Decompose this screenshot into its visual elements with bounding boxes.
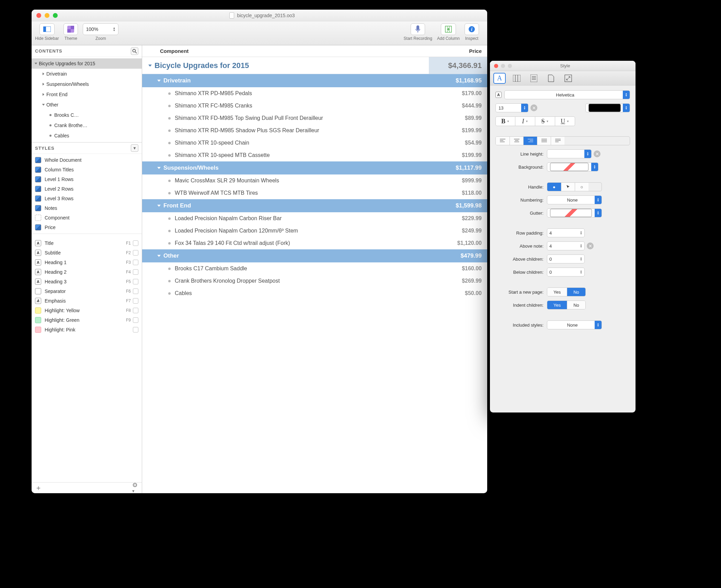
style-price[interactable]: Price	[32, 223, 142, 232]
inspector-minimize-button[interactable]	[501, 64, 505, 68]
named-style-title[interactable]: ATitleF1	[32, 238, 142, 248]
align-left-button[interactable]	[496, 137, 510, 145]
sidebar-gear-menu[interactable]: ▾	[132, 482, 138, 493]
outline-item-row[interactable]: Shimano XTR RD-M985 Shadow Plus SGS Rear…	[142, 124, 487, 137]
outline-item-row[interactable]: Loaded Precision Napalm Carbon 120mm/6º …	[142, 225, 487, 237]
numbering-select[interactable]: None▲▼	[547, 195, 602, 204]
clear-size-button[interactable]: ✕	[530, 104, 537, 111]
line-height-select[interactable]: ▲▼	[547, 149, 592, 158]
new-page-no[interactable]: No	[567, 288, 585, 296]
outline-item-row[interactable]: Crank Brothers Kronolog Dropper Seatpost…	[142, 275, 487, 287]
outline-item-row[interactable]: WTB Weirwolf AM TCS MTB Tires$118.00	[142, 187, 487, 199]
inspect-button[interactable]: i	[465, 23, 479, 35]
named-style-h2[interactable]: AHeading 2F4	[32, 267, 142, 277]
row-padding-input[interactable]: 4▲▼	[547, 228, 585, 237]
outline-item-row[interactable]: Fox 34 Talas 29 140 Fit Ctd w/trail adju…	[142, 237, 487, 249]
align-justify-button[interactable]	[537, 137, 551, 145]
outline-item-row[interactable]: Cables$50.00	[142, 287, 487, 299]
font-style-swatch[interactable]: A	[495, 92, 502, 98]
style-level1[interactable]: Level 1 Rows	[32, 174, 142, 184]
outline-section-row[interactable]: Other$479.99	[142, 249, 487, 262]
styles-dropdown-button[interactable]: ▾	[131, 144, 138, 152]
font-size-select[interactable]: 13 ▲▼	[495, 103, 528, 112]
bold-button[interactable]: B▼	[495, 116, 515, 126]
new-page-segmented[interactable]: Yes No	[547, 287, 586, 296]
zoom-control[interactable]: 100% ▲▼	[83, 23, 118, 35]
outline-item-row[interactable]: Loaded Precision Napalm Carbon Riser Bar…	[142, 212, 487, 225]
text-align-segmented[interactable]	[495, 136, 630, 145]
indent-children-segmented[interactable]: Yes No	[547, 301, 586, 309]
align-center-button[interactable]	[510, 137, 523, 145]
add-column-button[interactable]	[441, 23, 456, 35]
font-family-select[interactable]: Helvetica ▲▼	[504, 90, 630, 99]
col-price[interactable]: Price	[469, 48, 482, 54]
theme-button[interactable]	[64, 23, 78, 35]
align-right-button[interactable]	[523, 137, 537, 145]
style-checkbox[interactable]	[133, 240, 138, 246]
handle-arrow-button[interactable]	[561, 183, 575, 191]
new-page-yes[interactable]: Yes	[547, 288, 567, 296]
add-style-button[interactable]: ＋	[35, 483, 42, 493]
tree-other-1[interactable]: Crank Brothe…	[32, 120, 142, 131]
named-style-hl-pink[interactable]: Highlight: Pink	[32, 325, 142, 335]
style-component[interactable]: Component	[32, 213, 142, 223]
outline-item-row[interactable]: Shimano XTR 10-speed MTB Cassette$199.99	[142, 149, 487, 161]
text-color-select[interactable]: ▲▼	[585, 103, 630, 112]
inspector-tab-document[interactable]	[545, 73, 557, 84]
inspector-zoom-button[interactable]	[508, 64, 512, 68]
outline-root-row[interactable]: Bicycle Upgrades for 2015 $4,366.91	[142, 57, 487, 74]
included-styles-select[interactable]: None▲▼	[547, 320, 602, 329]
outline-item-row[interactable]: Shimano XTR PD-M985 Pedals$179.00	[142, 87, 487, 100]
named-style-hl-green[interactable]: Highlight: GreenF9	[32, 315, 142, 325]
align-natural-button[interactable]	[551, 137, 564, 145]
italic-button[interactable]: I▼	[515, 116, 535, 126]
handle-circle-button[interactable]: ○	[575, 183, 588, 191]
minimize-window-button[interactable]	[45, 13, 49, 18]
style-level2[interactable]: Level 2 Rows	[32, 184, 142, 194]
inspector-tab-outline[interactable]	[528, 73, 540, 84]
zoom-stepper[interactable]: ▲▼	[113, 27, 115, 32]
indent-no[interactable]: No	[567, 301, 585, 309]
tree-suspension[interactable]: Suspension/Wheels	[32, 79, 142, 89]
col-component[interactable]: Component	[160, 48, 188, 54]
above-note-input[interactable]: 4▲▼	[547, 241, 585, 250]
tree-other-2[interactable]: Cables	[32, 131, 142, 141]
outline-item-row[interactable]: Shimano XTR 10-speed Chain$54.99	[142, 137, 487, 149]
above-children-input[interactable]: 0▲▼	[547, 255, 585, 263]
tree-other[interactable]: Other	[32, 100, 142, 110]
named-style-separator[interactable]: SeparatorF6	[32, 286, 142, 296]
named-style-hl-yellow[interactable]: Highlight: YellowF8	[32, 306, 142, 315]
handle-segmented[interactable]: ● ○	[547, 182, 602, 191]
style-notes[interactable]: Notes	[32, 203, 142, 213]
inspector-close-button[interactable]	[494, 64, 498, 68]
underline-button[interactable]: U▼	[555, 116, 575, 126]
inspector-tab-attributes[interactable]	[562, 73, 574, 84]
named-style-emphasis[interactable]: AEmphasisF7	[32, 296, 142, 306]
tree-other-0[interactable]: Brooks C…	[32, 110, 142, 120]
close-window-button[interactable]	[36, 13, 41, 18]
outline-item-row[interactable]: Brooks C17 Cambium Saddle$160.00	[142, 262, 487, 275]
inspector-tab-style[interactable]: A	[493, 73, 506, 84]
inspector-tab-columns[interactable]	[511, 73, 523, 84]
tree-root[interactable]: Bicycle Upgrades for 2015	[32, 58, 142, 69]
outline-item-row[interactable]: Shimano XTR FC-M985 Cranks$444.99	[142, 100, 487, 112]
outline-section-row[interactable]: Suspension/Wheels$1,117.99	[142, 161, 487, 174]
style-whole-document[interactable]: Whole Document	[32, 155, 142, 165]
outline-section-row[interactable]: Front End$1,599.98	[142, 199, 487, 212]
start-recording-button[interactable]	[411, 23, 425, 35]
named-style-h3[interactable]: AHeading 3F5	[32, 277, 142, 286]
search-contents-button[interactable]	[131, 47, 138, 55]
clear-line-height-button[interactable]: ✕	[594, 150, 600, 157]
style-level3[interactable]: Level 3 Rows	[32, 194, 142, 203]
gutter-color-select[interactable]: ▲▼	[547, 208, 602, 217]
zoom-window-button[interactable]	[53, 13, 58, 18]
style-column-titles[interactable]: Column Titles	[32, 165, 142, 174]
outline-section-row[interactable]: Drivetrain$1,168.95	[142, 74, 487, 87]
clear-above-note-button[interactable]: ✕	[587, 242, 594, 249]
indent-yes[interactable]: Yes	[547, 301, 567, 309]
below-children-input[interactable]: 0▲▼	[547, 268, 585, 276]
tree-frontend[interactable]: Front End	[32, 89, 142, 100]
hide-sidebar-button[interactable]	[39, 23, 55, 35]
strikethrough-button[interactable]: S▼	[535, 116, 555, 126]
named-style-h1[interactable]: AHeading 1F3	[32, 258, 142, 267]
